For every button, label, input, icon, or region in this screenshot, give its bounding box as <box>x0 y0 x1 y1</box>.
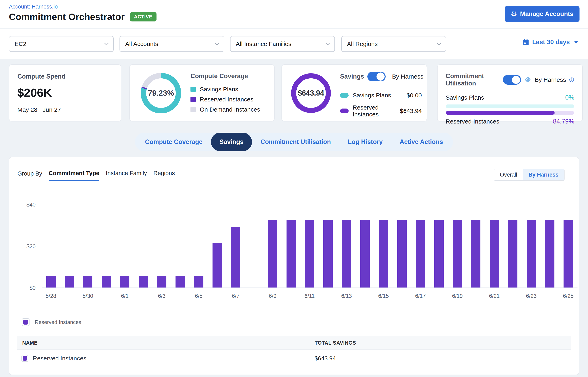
reserved-instances-progress-bar <box>446 111 574 115</box>
instance-families-select-value: All Instance Families <box>236 40 291 47</box>
date-range-picker[interactable]: Last 30 days <box>522 38 578 46</box>
service-select[interactable]: EC2 <box>9 36 114 52</box>
savings-panel: Group By Commitment Type Instance Family… <box>9 157 579 375</box>
tab-log-history[interactable]: Log History <box>339 133 391 151</box>
util-row-label: Reserved Instances <box>446 118 499 125</box>
chart-bar[interactable] <box>157 276 166 287</box>
savings-title: Savings <box>340 73 364 80</box>
calendar-icon <box>522 38 529 46</box>
column-header-name: NAME <box>17 340 38 346</box>
segment-overall[interactable]: Overall <box>494 169 523 180</box>
group-by-instance-family[interactable]: Instance Family <box>106 170 147 180</box>
chart-bar[interactable] <box>231 227 240 287</box>
overall-byharness-segmented-control: Overall By Harness <box>494 169 565 181</box>
bar-chart-plot-area <box>42 205 577 288</box>
x-axis-label: 6/19 <box>452 293 463 299</box>
section-tabs: Compute Coverage Savings Commitment Util… <box>135 133 453 151</box>
chart-bar[interactable] <box>212 243 222 287</box>
tab-commitment-utilisation[interactable]: Commitment Utilisation <box>252 133 339 151</box>
legend-label: On Demand Instances <box>200 106 260 113</box>
savings-row-reserved-instances: Reserved Instances $643.94 <box>340 104 422 118</box>
chart-bar[interactable] <box>508 220 517 287</box>
chart-bar[interactable] <box>120 276 129 287</box>
savings-table: NAME TOTAL SAVINGS Reserved Instances $6… <box>17 336 571 367</box>
chart-bar[interactable] <box>46 276 55 287</box>
chart-bar[interactable] <box>305 220 314 287</box>
teal-pill-swatch <box>340 93 349 98</box>
savings-card: $643.94 Savings By Harness <box>281 64 427 121</box>
teal-swatch <box>190 87 196 92</box>
manage-accounts-label: Manage Accounts <box>520 10 573 18</box>
chart-bar[interactable] <box>564 220 573 287</box>
by-harness-toggle[interactable] <box>503 75 521 85</box>
chart-bar[interactable] <box>397 220 407 287</box>
accounts-select[interactable]: All Accounts <box>120 36 224 52</box>
legend-item-on-demand: On Demand Instances <box>190 106 260 113</box>
progress-fill <box>446 111 555 115</box>
info-icon[interactable] <box>569 77 574 83</box>
chart-bar[interactable] <box>342 220 351 287</box>
savings-plans-progress-bar <box>446 105 574 108</box>
chart-bar[interactable] <box>545 220 555 287</box>
x-axis-label: 5/30 <box>82 293 93 299</box>
chevron-down-icon <box>215 41 219 45</box>
toggle-knob <box>512 76 520 84</box>
x-axis-label: 6/23 <box>526 293 537 299</box>
chart-bar[interactable] <box>65 276 74 287</box>
instance-families-select[interactable]: All Instance Families <box>230 36 335 52</box>
regions-select[interactable]: All Regions <box>341 36 446 52</box>
legend-checkbox[interactable] <box>22 318 30 326</box>
chart-bar[interactable] <box>139 276 148 287</box>
group-by-commitment-type[interactable]: Commitment Type <box>49 170 100 181</box>
row-name: Reserved Instances <box>33 355 86 362</box>
table-header-row: NAME TOTAL SAVINGS <box>17 336 571 350</box>
y-axis-tick: $0 <box>13 285 36 291</box>
regions-select-value: All Regions <box>347 40 378 47</box>
chart-bar[interactable] <box>360 220 370 287</box>
chart-bar[interactable] <box>323 220 333 287</box>
chart-bar[interactable] <box>83 276 92 287</box>
chart-bar[interactable] <box>490 220 499 287</box>
tab-savings[interactable]: Savings <box>211 133 252 151</box>
chevron-down-icon <box>104 41 109 45</box>
chart-bar[interactable] <box>471 220 480 287</box>
row-total-savings: $643.94 <box>315 355 336 362</box>
by-harness-toggle[interactable] <box>367 72 386 81</box>
group-by-label: Group By <box>17 170 42 177</box>
x-axis-label: 6/15 <box>378 293 389 299</box>
chart-bar[interactable] <box>434 220 444 287</box>
checkbox-fill <box>23 356 27 361</box>
account-link[interactable]: Account: Harness.io <box>9 4 58 10</box>
date-range-value: Last 30 days <box>532 38 570 46</box>
chart-bar[interactable] <box>268 220 277 287</box>
table-row[interactable]: Reserved Instances $643.94 <box>17 350 571 367</box>
row-checkbox[interactable] <box>22 355 28 362</box>
chart-bar[interactable] <box>194 276 203 287</box>
x-axis-label: 6/9 <box>269 293 277 299</box>
chart-bar[interactable] <box>287 220 296 287</box>
legend-label: Reserved Instances <box>200 96 253 103</box>
commitment-utilisation-title: Commitment Utilisation <box>446 72 500 87</box>
util-row-value: 0% <box>565 94 574 101</box>
group-by-regions[interactable]: Regions <box>153 170 175 180</box>
segment-by-harness[interactable]: By Harness <box>523 169 564 180</box>
chart-bar[interactable] <box>416 220 425 287</box>
x-axis-label: 6/11 <box>305 293 315 299</box>
compute-spend-title: Compute Spend <box>17 73 113 80</box>
tab-active-actions[interactable]: Active Actions <box>391 133 452 151</box>
chart-bar[interactable] <box>527 220 536 287</box>
chart-bar[interactable] <box>176 276 185 287</box>
harness-logo-icon <box>524 75 531 84</box>
chart-bar[interactable] <box>453 220 462 287</box>
chart-bar[interactable] <box>102 276 111 287</box>
chart-bar[interactable] <box>379 220 388 287</box>
tab-compute-coverage[interactable]: Compute Coverage <box>136 133 211 151</box>
accounts-select-value: All Accounts <box>125 40 158 47</box>
manage-accounts-button[interactable]: ⚙ Manage Accounts <box>505 6 579 22</box>
savings-donut-value: $643.94 <box>298 89 324 97</box>
y-axis-tick: $20 <box>13 243 36 250</box>
chevron-down-icon <box>326 41 330 45</box>
checkbox-fill <box>23 320 28 325</box>
x-axis-label: 6/17 <box>415 293 426 299</box>
compute-coverage-card: 79.23% Compute Coverage Savings Plans Re… <box>129 64 275 121</box>
